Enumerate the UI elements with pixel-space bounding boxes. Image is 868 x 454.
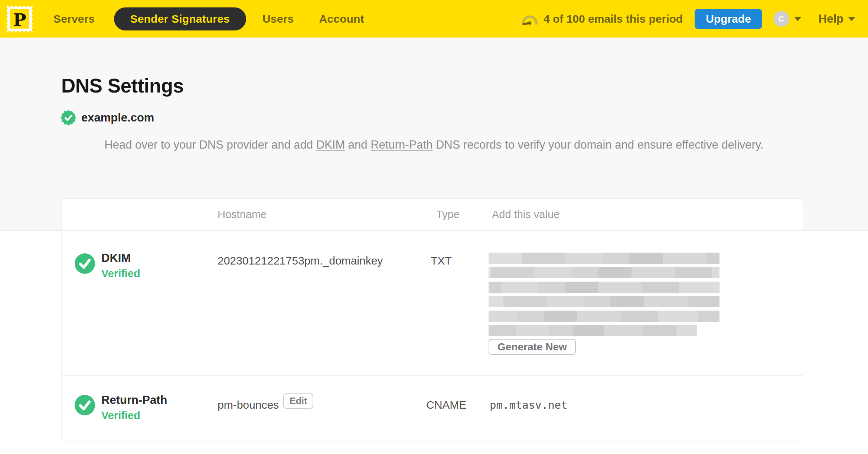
page-title: DNS Settings	[61, 74, 184, 97]
verified-seal-icon	[61, 110, 76, 126]
nav-servers[interactable]: Servers	[53, 13, 95, 25]
avatar[interactable]: C	[773, 11, 789, 27]
nav-account[interactable]: Account	[319, 13, 364, 25]
column-header-value: Add this value	[492, 199, 559, 230]
gauge-icon	[521, 13, 538, 25]
generate-new-button[interactable]: Generate New	[489, 339, 576, 355]
status-badge: Verified	[101, 409, 140, 422]
dkim-link[interactable]: DKIM	[316, 138, 345, 151]
verified-check-icon	[75, 253, 95, 274]
return-path-hostname: pm-bounces	[218, 399, 279, 411]
nav-users[interactable]: Users	[262, 13, 294, 25]
instructions-part: and	[345, 138, 371, 151]
table-header-row: Hostname Type Add this value	[62, 199, 803, 231]
redacted-line	[489, 296, 719, 307]
logo-letter: P	[13, 10, 26, 30]
row-divider	[62, 375, 803, 376]
return-path-value: pm.mtasv.net	[490, 399, 568, 411]
usage-meter: 4 of 100 emails this period	[521, 13, 683, 25]
edit-button[interactable]: Edit	[283, 393, 313, 409]
nav-sender-signatures[interactable]: Sender Signatures	[114, 7, 246, 30]
usage-text: 4 of 100 emails this period	[544, 13, 683, 25]
instructions-text: Head over to your DNS provider and add D…	[0, 136, 868, 154]
redacted-line	[489, 253, 719, 264]
dkim-hostname: 20230121221753pm._domainkey	[218, 254, 383, 267]
status-badge: Verified	[101, 267, 140, 280]
record-name: Return-Path	[101, 393, 167, 407]
chevron-down-icon	[848, 17, 855, 21]
redacted-line	[489, 325, 697, 336]
column-header-hostname: Hostname	[218, 199, 267, 230]
help-label: Help	[819, 12, 843, 26]
postmark-logo[interactable]: P	[4, 3, 36, 35]
instructions-part: DNS records to verify your domain and en…	[433, 138, 763, 151]
return-path-record-type: CNAME	[426, 399, 466, 411]
upgrade-button[interactable]: Upgrade	[695, 9, 762, 29]
dns-records-table: Hostname Type Add this value DKIM Verifi…	[61, 198, 803, 441]
help-menu[interactable]: Help	[819, 12, 855, 26]
dkim-record-type: TXT	[431, 254, 452, 267]
redacted-line	[489, 311, 719, 322]
verified-domain: example.com	[61, 110, 154, 126]
top-navigation-bar: P Servers Sender Signatures Users Accoun…	[0, 0, 868, 38]
domain-name: example.com	[81, 111, 154, 124]
redacted-line	[489, 282, 719, 293]
redacted-line	[489, 267, 719, 278]
column-header-type: Type	[436, 199, 460, 230]
instructions-part: Head over to your DNS provider and add	[104, 138, 316, 151]
account-menu[interactable]: C	[773, 11, 802, 27]
verified-check-icon	[75, 395, 95, 415]
record-name: DKIM	[101, 252, 131, 265]
redacted-dkim-value	[489, 253, 728, 340]
return-path-link[interactable]: Return-Path	[371, 138, 433, 151]
chevron-down-icon	[794, 17, 802, 21]
